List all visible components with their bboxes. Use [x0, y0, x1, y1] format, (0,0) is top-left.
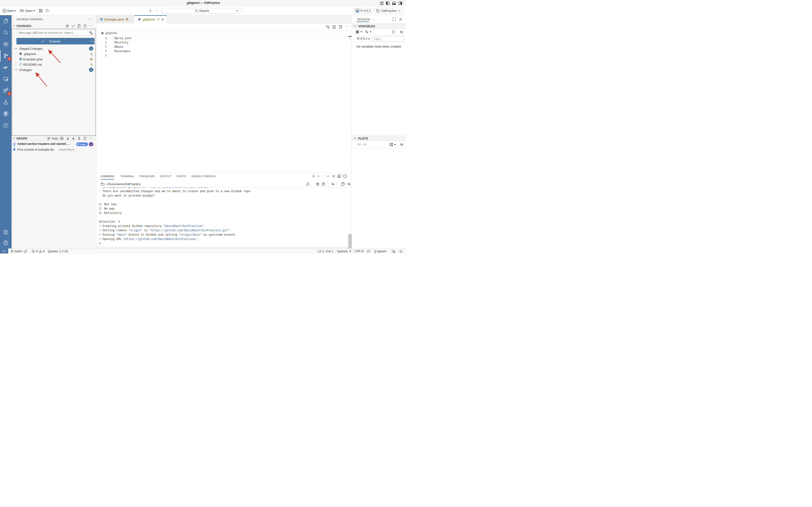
svg-text:R: R — [356, 10, 359, 13]
